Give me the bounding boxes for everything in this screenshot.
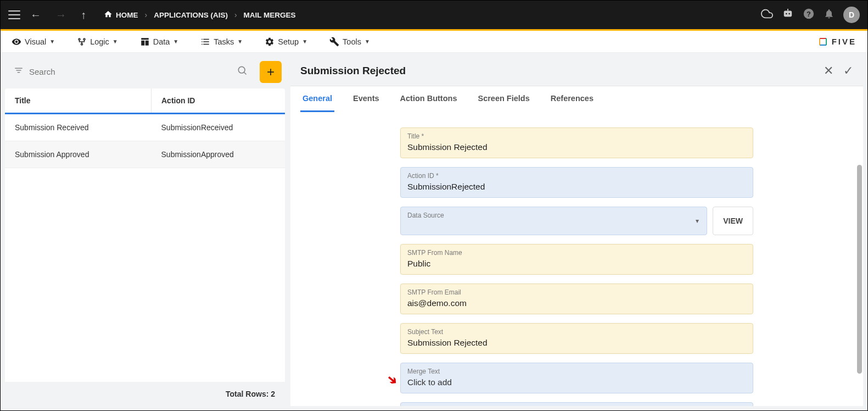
tab-general[interactable]: General [300,86,334,112]
field-label: Merge Text [407,368,746,375]
logo-icon [817,36,828,47]
caret-down-icon: ▼ [173,38,178,45]
breadcrumb-mail-merges[interactable]: MAIL MERGES [244,11,296,19]
check-icon[interactable]: ✓ [843,64,853,78]
tab-screen-fields[interactable]: Screen Fields [475,86,531,112]
svg-point-9 [238,66,245,73]
row-action-id: SubmissionReceived [152,114,285,141]
bell-icon[interactable] [824,8,835,22]
row-title: Submission Approved [5,141,152,168]
list-table: Title Action ID Submission Received Subm… [5,88,285,406]
tab-action-buttons[interactable]: Action Buttons [398,86,460,112]
table-row[interactable]: Submission Approved SubmissionApproved [5,141,285,168]
breadcrumb-home-label: HOME [116,11,138,19]
detail-header: Submission Rejected ✕ ✓ [290,57,863,81]
field-label: Data Source [407,212,700,219]
logic-icon [77,37,87,47]
search-input[interactable] [29,67,233,76]
left-panel: + Title Action ID Submission Received Su… [5,57,285,406]
field-label: Action ID * [407,172,746,180]
svg-point-2 [788,13,790,14]
table-header: Title Action ID [5,88,285,114]
top-bar: ← → ↑ HOME › APPLICATIONS (AIS) › MAIL M… [1,1,867,29]
svg-rect-0 [784,10,792,16]
table-icon [140,37,150,47]
field-action-id[interactable]: Action ID * SubmissionRejected [400,167,753,198]
svg-point-8 [81,43,83,45]
svg-point-7 [83,38,85,40]
caret-down-icon: ▼ [302,38,307,45]
chevron-down-icon: ▾ [696,217,699,225]
search-icon[interactable] [237,65,248,79]
field-label: SMTP From Email [407,288,746,296]
svg-point-6 [79,38,80,40]
field-label: Title * [407,132,746,140]
chevron-right-icon: › [234,10,237,19]
field-subject[interactable]: Subject Text Submission Rejected [400,323,753,354]
field-label: Subject Text [407,328,746,336]
row-title: Submission Received [5,114,152,141]
breadcrumb: HOME › APPLICATIONS (AIS) › MAIL MERGES [104,10,296,20]
form-area: Title * Submission Rejected Action ID * … [290,112,863,406]
chevron-right-icon: › [145,10,148,19]
field-smtp-email[interactable]: SMTP From Email ais@demo.com [400,284,753,314]
cloud-icon[interactable] [761,8,773,23]
back-arrow-icon[interactable]: ← [26,7,46,24]
tasks-icon [200,37,210,47]
filter-icon[interactable] [14,65,24,78]
up-arrow-icon[interactable]: ↑ [76,7,91,24]
svg-text:?: ? [807,10,811,18]
field-value: Submission Rejected [407,338,488,347]
header-title[interactable]: Title [5,88,152,113]
svg-line-10 [244,73,247,75]
gear-icon [265,37,275,47]
field-title[interactable]: Title * Submission Rejected [400,127,753,158]
row-action-id: SubmissionApproved [152,141,285,168]
field-label: SMTP From Name [407,249,746,257]
caret-down-icon: ▼ [365,38,370,45]
field-value: ais@demo.com [407,298,467,308]
robot-icon[interactable] [782,9,794,21]
home-icon [104,10,113,20]
menu-setup[interactable]: Setup▼ [265,37,307,47]
breadcrumb-applications[interactable]: APPLICATIONS (AIS) [154,11,228,19]
annotation-arrow-icon: ➔ [384,371,401,388]
header-action-id[interactable]: Action ID [152,88,285,113]
table-row[interactable]: Submission Received SubmissionReceived [5,114,285,141]
table-footer: Total Rows: 2 [5,382,285,406]
field-value: Submission Rejected [407,142,488,152]
field-value: SubmissionRejected [407,182,485,191]
menu-data[interactable]: Data▼ [140,37,179,47]
caret-down-icon: ▼ [113,38,118,45]
view-button[interactable]: VIEW [713,207,753,235]
menu-tools[interactable]: Tools▼ [329,37,370,47]
field-value: Public [407,259,430,268]
help-icon[interactable]: ? [803,8,815,22]
caret-down-icon: ▼ [237,38,243,45]
scrollbar[interactable] [857,165,862,374]
menu-tasks[interactable]: Tasks▼ [200,37,243,47]
main-layout: + Title Action ID Submission Received Su… [1,53,867,410]
add-button[interactable]: + [260,61,282,83]
breadcrumb-home[interactable]: HOME [104,10,138,20]
menu-bar: Visual▼ Logic▼ Data▼ Tasks▼ Setup▼ Tools… [1,31,867,53]
detail-title: Submission Rejected [300,65,406,77]
menu-visual[interactable]: Visual▼ [12,37,55,47]
field-smtp-name[interactable]: SMTP From Name Public [400,244,753,275]
search-bar: + [5,57,285,86]
tab-events[interactable]: Events [351,86,382,112]
field-data-source[interactable]: Data Source ▾ [400,207,707,235]
close-icon[interactable]: ✕ [824,64,833,78]
hamburger-icon[interactable] [8,10,20,19]
svg-point-1 [786,13,787,14]
menu-logic[interactable]: Logic▼ [77,37,118,47]
field-help-text[interactable]: Help Text Click to add [400,402,753,406]
eye-icon [12,37,21,47]
field-merge-text[interactable]: Merge Text Click to add [400,363,753,393]
caret-down-icon: ▼ [49,38,55,45]
tab-references[interactable]: References [548,86,596,112]
brand-logo: FIVE [817,36,856,47]
avatar[interactable]: D [843,7,860,23]
forward-arrow-icon: → [51,7,71,24]
tabs: General Events Action Buttons Screen Fie… [290,86,863,112]
